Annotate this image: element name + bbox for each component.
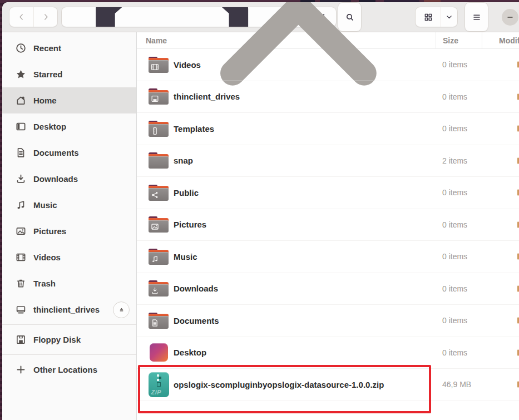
file-size: 0 items — [436, 348, 482, 357]
minimize-button[interactable] — [502, 9, 518, 26]
sidebar-item-label: Desktop — [33, 122, 66, 131]
folder-icon — [149, 216, 169, 233]
file-modified — [482, 241, 519, 273]
column-header-modified[interactable]: Modified — [482, 32, 519, 48]
file-name: Videos — [174, 60, 436, 70]
file-modified — [482, 113, 519, 145]
back-button[interactable] — [9, 7, 33, 27]
sidebar-item-thinclient-drives[interactable]: thinclient_drives — [2, 297, 136, 323]
plus-icon — [16, 364, 26, 375]
file-row-snap[interactable]: snap 2 items — [137, 145, 519, 177]
file-row-downloads[interactable]: Downloads 0 items — [137, 273, 519, 305]
drive-emblem-icon — [151, 95, 159, 103]
sidebar-item-label: Home — [33, 96, 57, 105]
file-size: 0 items — [436, 60, 482, 69]
column-header-size[interactable]: Size — [436, 32, 482, 48]
file-row-opslogix-scompluginbyopslogix-datasource[interactable]: ZiP opslogix-scompluginbyopslogix-dataso… — [137, 369, 519, 401]
folder-icon-cell — [148, 241, 169, 273]
folder-icon-cell — [148, 145, 169, 177]
sidebar-item-pictures[interactable]: Pictures — [2, 218, 136, 244]
column-size-label: Size — [443, 36, 458, 45]
file-size: 0 items — [436, 252, 482, 261]
sidebar-item-music[interactable]: Music — [2, 192, 136, 218]
file-row-thinclient-drives[interactable]: thinclient_drives 0 items — [137, 81, 519, 113]
file-modified — [482, 305, 519, 337]
sidebar-item-floppy-disk[interactable]: Floppy Disk — [2, 327, 136, 353]
folder-icon-cell — [148, 209, 169, 241]
sidebar-item-label: Downloads — [33, 174, 78, 184]
file-row-desktop[interactable]: Desktop 0 items — [137, 337, 519, 369]
sidebar-item-label: Starred — [33, 70, 63, 79]
file-size: 0 items — [436, 284, 482, 293]
file-modified — [482, 369, 519, 401]
file-row-pictures[interactable]: Pictures 0 items — [137, 209, 519, 241]
folder-icon — [149, 280, 169, 297]
sidebar-item-desktop[interactable]: Desktop — [2, 113, 136, 140]
sidebar-item-label: Videos — [33, 253, 61, 262]
sidebar-separator — [2, 354, 136, 355]
zip-badge-label: ZiP — [151, 389, 162, 396]
sidebar-item-label: Trash — [33, 279, 56, 288]
sidebar-item-label: Documents — [33, 148, 79, 157]
forward-button[interactable] — [33, 7, 57, 27]
sidebar-item-label: Pictures — [33, 226, 66, 236]
document-icon — [16, 147, 26, 158]
eject-button[interactable] — [113, 302, 130, 318]
sidebar-item-documents[interactable]: Documents — [2, 140, 136, 166]
folder-icon — [149, 152, 169, 169]
file-rows: Videos 0 items thinclient_drives 0 items… — [137, 49, 519, 420]
picture-emblem-icon — [151, 223, 159, 231]
sidebar-item-label: Other Locations — [33, 365, 97, 374]
view-options-dropdown[interactable] — [441, 7, 457, 27]
list-column-headers: Name Size Modified — [137, 32, 519, 49]
folder-icon-cell — [148, 49, 169, 81]
sidebar-item-label: Recent — [33, 43, 61, 53]
main-menu-button[interactable] — [464, 2, 488, 32]
file-row-templates[interactable]: Templates 0 items — [137, 113, 519, 145]
file-row-videos[interactable]: Videos 0 items — [137, 49, 519, 81]
chevron-down-icon — [441, 7, 457, 27]
file-name: snap — [174, 156, 436, 165]
folder-icon-cell — [148, 81, 169, 113]
sidebar-item-downloads[interactable]: Downloads — [2, 166, 136, 192]
folder-icon — [149, 121, 169, 137]
file-name: Desktop — [174, 348, 436, 357]
file-size: 0 items — [436, 316, 482, 325]
sidebar-item-starred[interactable]: Starred — [2, 61, 136, 87]
file-modified — [482, 337, 519, 369]
folder-icon — [149, 313, 169, 329]
sidebar-item-trash[interactable]: Trash — [2, 270, 136, 297]
file-manager-window: Home Recent — [2, 2, 519, 420]
folder-icon-cell — [148, 273, 169, 305]
sidebar-item-home[interactable]: Home — [2, 87, 136, 113]
screen: Home Recent — [0, 0, 519, 420]
share-emblem-icon — [151, 191, 159, 199]
home-icon — [16, 95, 26, 106]
download-emblem-icon — [151, 286, 159, 295]
column-header-name[interactable]: Name — [137, 32, 436, 48]
desktop-icon — [16, 121, 26, 132]
folder-icon — [149, 185, 169, 201]
trash-icon — [16, 278, 26, 289]
sidebar-item-label: Floppy Disk — [33, 335, 81, 344]
file-name: Music — [174, 252, 436, 261]
sidebar-item-videos[interactable]: Videos — [2, 244, 136, 270]
file-row-documents[interactable]: Documents 0 items — [137, 305, 519, 337]
file-size: 2 items — [436, 156, 482, 165]
file-size: 0 items — [436, 124, 482, 133]
sidebar-item-other-locations[interactable]: Other Locations — [2, 357, 136, 383]
music-icon — [16, 200, 26, 210]
file-modified — [482, 209, 519, 241]
file-row-music[interactable]: Music 0 items — [137, 241, 519, 273]
chevron-right-icon — [34, 7, 57, 27]
file-name: Downloads — [174, 284, 436, 293]
file-modified — [482, 177, 519, 209]
folder-icon — [149, 57, 169, 73]
file-modified — [482, 273, 519, 305]
file-name: Pictures — [174, 220, 436, 229]
sidebar-item-label: Music — [33, 200, 57, 210]
file-row-public[interactable]: Public 0 items — [137, 177, 519, 209]
column-name-label: Name — [146, 36, 167, 45]
file-size: 0 items — [436, 92, 482, 101]
sidebar-item-recent[interactable]: Recent — [2, 35, 136, 61]
